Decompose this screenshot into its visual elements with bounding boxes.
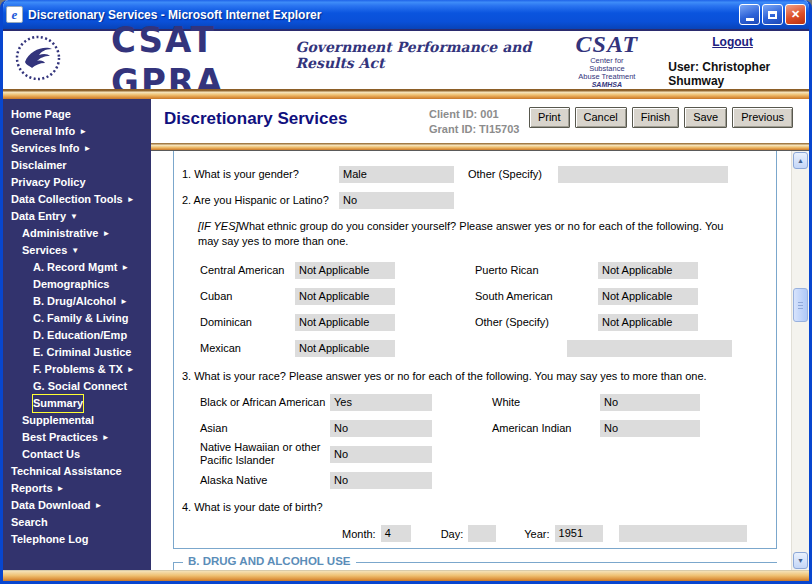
logout-link[interactable]: Logout: [712, 35, 753, 49]
close-button[interactable]: ✕: [785, 4, 806, 25]
sidebar-item-services-info[interactable]: Services Info►: [3, 140, 151, 157]
race-field-alaska-native[interactable]: No: [330, 472, 432, 489]
ethnic-field-dominican[interactable]: Not Applicable: [295, 314, 395, 331]
sidebar-item-demographics[interactable]: Demographics: [3, 276, 151, 293]
sidebar-item-summary[interactable]: Summary: [3, 395, 151, 412]
race-label-native-hawaiian-or-other-pacific-islander: Native Hawaiian or other Pacific Islande…: [200, 441, 330, 467]
sidebar-item-g-social-connect[interactable]: G. Social Connect: [3, 378, 151, 395]
brand-block: CSAT GPRA Government Performance and Res…: [111, 20, 538, 100]
drug-alcohol-fieldset: B. DRUG AND ALCOHOL USE: [173, 562, 777, 570]
sidebar-label-supplemental[interactable]: Supplemental: [22, 412, 94, 429]
race-field-american-indian[interactable]: No: [600, 420, 700, 437]
maximize-button[interactable]: [762, 4, 783, 25]
sidebar-label-services-info[interactable]: Services Info: [11, 140, 79, 157]
sidebar-label-e-criminal-justice[interactable]: E. Criminal Justice: [33, 344, 131, 361]
vertical-scrollbar[interactable]: ▲ ▼: [791, 151, 809, 570]
sidebar-item-administrative[interactable]: Administrative►: [3, 225, 151, 242]
gender-field[interactable]: Male: [339, 166, 454, 183]
sidebar-label-data-entry[interactable]: Data Entry: [11, 208, 66, 225]
ethnic-field-other-specify[interactable]: Not Applicable: [598, 314, 698, 331]
sidebar-label-privacy-policy[interactable]: Privacy Policy: [11, 174, 86, 191]
sidebar-label-technical-assistance[interactable]: Technical Assistance: [11, 463, 122, 480]
dob-year-label: Year:: [524, 528, 549, 540]
ethnic-other-specify-field[interactable]: [567, 340, 732, 357]
ethnic-field-mexican[interactable]: Not Applicable: [295, 340, 395, 357]
sidebar-item-e-criminal-justice[interactable]: E. Criminal Justice: [3, 344, 151, 361]
sidebar-label-general-info[interactable]: General Info: [11, 123, 75, 140]
save-button[interactable]: Save: [684, 107, 727, 128]
finish-button[interactable]: Finish: [632, 107, 679, 128]
sidebar-label-search[interactable]: Search: [11, 514, 48, 531]
page-header: Discretionary Services Client ID: 001 Gr…: [151, 99, 809, 143]
dob-extra-field[interactable]: [619, 525, 747, 542]
sidebar-item-best-practices[interactable]: Best Practices►: [3, 429, 151, 446]
sidebar-label-telephone-log[interactable]: Telephone Log: [11, 531, 88, 548]
sidebar-item-reports[interactable]: Reports►: [3, 480, 151, 497]
ethnic-label-other-specify: Other (Specify): [475, 316, 549, 328]
sidebar-label-g-social-connect[interactable]: G. Social Connect: [33, 378, 127, 395]
gender-other-field[interactable]: [558, 166, 728, 183]
sidebar-item-technical-assistance[interactable]: Technical Assistance: [3, 463, 151, 480]
race-field-white[interactable]: No: [600, 394, 700, 411]
sidebar-item-b-drug-alcohol[interactable]: B. Drug/Alcohol►: [3, 293, 151, 310]
sidebar-label-c-family-living[interactable]: C. Family & Living: [33, 310, 128, 327]
race-field-black-or-african-american[interactable]: Yes: [330, 394, 432, 411]
ethnic-field-south-american[interactable]: Not Applicable: [598, 288, 698, 305]
scrollbar-thumb[interactable]: [793, 288, 808, 322]
sidebar-item-data-download[interactable]: Data Download►: [3, 497, 151, 514]
race-field-asian[interactable]: No: [330, 420, 432, 437]
ethnic-field-cuban[interactable]: Not Applicable: [295, 288, 395, 305]
cancel-button[interactable]: Cancel: [575, 107, 627, 128]
sidebar-label-f-problems-tx[interactable]: F. Problems & TX: [33, 361, 123, 378]
sidebar-label-best-practices[interactable]: Best Practices: [22, 429, 98, 446]
ethnic-field-central-american[interactable]: Not Applicable: [295, 262, 395, 279]
previous-button[interactable]: Previous: [732, 107, 793, 128]
minimize-button[interactable]: [739, 4, 760, 25]
sidebar-label-a-record-mgmt[interactable]: A. Record Mgmt: [33, 259, 117, 276]
sidebar-label-demographics[interactable]: Demographics: [33, 276, 109, 293]
sidebar-label-reports[interactable]: Reports: [11, 480, 53, 497]
race-field-native-hawaiian-or-other-pacific-islander[interactable]: No: [330, 446, 432, 463]
sidebar-item-general-info[interactable]: General Info►: [3, 123, 151, 140]
sidebar-item-contact-us[interactable]: Contact Us: [3, 446, 151, 463]
sidebar-item-f-problems-tx[interactable]: F. Problems & TX►: [3, 361, 151, 378]
sidebar-item-data-collection-tools[interactable]: Data Collection Tools►: [3, 191, 151, 208]
dob-day-field[interactable]: [468, 525, 496, 542]
sidebar-label-data-collection-tools[interactable]: Data Collection Tools: [11, 191, 123, 208]
sidebar-item-supplemental[interactable]: Supplemental: [3, 412, 151, 429]
sidebar-label-summary[interactable]: Summary: [33, 395, 83, 412]
sidebar-item-data-entry[interactable]: Data Entry▼: [3, 208, 151, 225]
sidebar-label-contact-us[interactable]: Contact Us: [22, 446, 80, 463]
sidebar-item-home-page[interactable]: Home Page: [3, 106, 151, 123]
sidebar-item-c-family-living[interactable]: C. Family & Living: [3, 310, 151, 327]
race-label-american-indian: American Indian: [492, 422, 572, 435]
toolbar: PrintCancelFinishSavePrevious: [529, 107, 793, 128]
sidebar-item-search[interactable]: Search: [3, 514, 151, 531]
sidebar-label-disclaimer[interactable]: Disclaimer: [11, 157, 67, 174]
print-button[interactable]: Print: [529, 107, 570, 128]
sidebar-item-telephone-log[interactable]: Telephone Log: [3, 531, 151, 548]
scrollbar-track[interactable]: [792, 170, 809, 551]
ethnic-field-puerto-rican[interactable]: Not Applicable: [598, 262, 698, 279]
sidebar-label-home-page[interactable]: Home Page: [11, 106, 71, 123]
sidebar-item-services[interactable]: Services▼: [3, 242, 151, 259]
dob-month-field[interactable]: 4: [381, 525, 411, 542]
dob-year-field[interactable]: 1951: [555, 525, 603, 542]
sidebar-label-services[interactable]: Services: [22, 242, 67, 259]
sidebar-label-administrative[interactable]: Administrative: [22, 225, 98, 242]
submenu-arrow-icon: ►: [120, 297, 128, 306]
scroll-down-button[interactable]: ▼: [793, 552, 808, 569]
scroll-up-button[interactable]: ▲: [793, 152, 808, 169]
sidebar-label-d-education-emp[interactable]: D. Education/Emp: [33, 327, 127, 344]
ethnic-instruction-text: What ethnic group do you consider yourse…: [198, 220, 723, 247]
sidebar-item-disclaimer[interactable]: Disclaimer: [3, 157, 151, 174]
sidebar-label-b-drug-alcohol[interactable]: B. Drug/Alcohol: [33, 293, 116, 310]
hispanic-latino-field[interactable]: No: [339, 192, 454, 209]
sidebar-item-a-record-mgmt[interactable]: A. Record Mgmt►: [3, 259, 151, 276]
submenu-arrow-icon: ►: [102, 229, 110, 238]
demographics-fieldset: 1. What is your gender? Male Other (Spec…: [173, 151, 777, 549]
sidebar-item-d-education-emp[interactable]: D. Education/Emp: [3, 327, 151, 344]
sidebar-label-data-download[interactable]: Data Download: [11, 497, 90, 514]
maximize-icon: [768, 11, 777, 19]
sidebar-item-privacy-policy[interactable]: Privacy Policy: [3, 174, 151, 191]
